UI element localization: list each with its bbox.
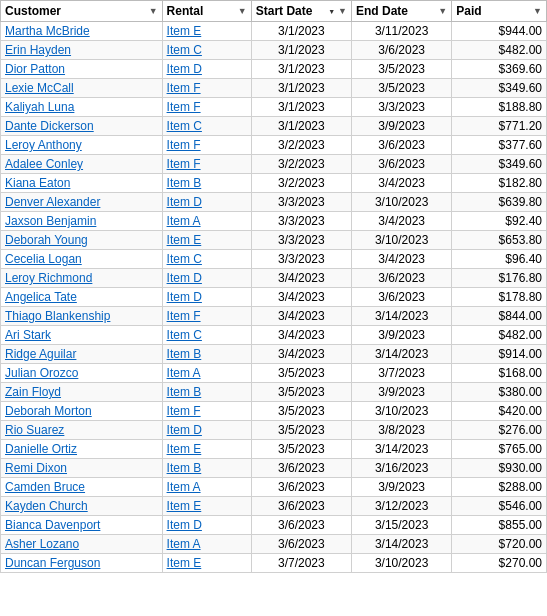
customer-link[interactable]: Ridge Aguilar [5,347,76,361]
cell-customer[interactable]: Dante Dickerson [1,117,163,136]
rental-link[interactable]: Item C [167,43,202,57]
rental-link[interactable]: Item B [167,461,202,475]
rental-link[interactable]: Item D [167,195,202,209]
cell-customer[interactable]: Erin Hayden [1,41,163,60]
rental-link[interactable]: Item F [167,81,201,95]
rental-link[interactable]: Item A [167,480,201,494]
customer-link[interactable]: Zain Floyd [5,385,61,399]
cell-customer[interactable]: Leroy Richmond [1,269,163,288]
rental-link[interactable]: Item F [167,157,201,171]
cell-customer[interactable]: Lexie McCall [1,79,163,98]
cell-customer[interactable]: Julian Orozco [1,364,163,383]
col-header-rental[interactable]: Rental▼ [162,1,251,22]
filter-icon-customer[interactable]: ▼ [149,6,158,16]
cell-customer[interactable]: Kiana Eaton [1,174,163,193]
cell-customer[interactable]: Ari Stark [1,326,163,345]
customer-link[interactable]: Dior Patton [5,62,65,76]
rental-link[interactable]: Item D [167,518,202,532]
customer-link[interactable]: Ari Stark [5,328,51,342]
customer-link[interactable]: Leroy Richmond [5,271,92,285]
customer-link[interactable]: Lexie McCall [5,81,74,95]
rental-link[interactable]: Item A [167,214,201,228]
cell-customer[interactable]: Dior Patton [1,60,163,79]
cell-customer[interactable]: Cecelia Logan [1,250,163,269]
cell-customer[interactable]: Angelica Tate [1,288,163,307]
rental-link[interactable]: Item F [167,100,201,114]
rental-link[interactable]: Item B [167,176,202,190]
rental-link[interactable]: Item E [167,499,202,513]
filter-icon-paid[interactable]: ▼ [533,6,542,16]
cell-customer[interactable]: Kayden Church [1,497,163,516]
col-header-paid[interactable]: Paid▼ [452,1,547,22]
col-header-customer[interactable]: Customer▼ [1,1,163,22]
rental-link[interactable]: Item E [167,442,202,456]
customer-link[interactable]: Kiana Eaton [5,176,70,190]
customer-link[interactable]: Denver Alexander [5,195,100,209]
customer-link[interactable]: Asher Lozano [5,537,79,551]
rental-link[interactable]: Item D [167,271,202,285]
cell-customer[interactable]: Duncan Ferguson [1,554,163,573]
customer-link[interactable]: Kayden Church [5,499,88,513]
rental-link[interactable]: Item F [167,404,201,418]
cell-customer[interactable]: Adalee Conley [1,155,163,174]
filter-icon-rental[interactable]: ▼ [238,6,247,16]
rental-link[interactable]: Item D [167,290,202,304]
customer-link[interactable]: Deborah Morton [5,404,92,418]
cell-customer[interactable]: Asher Lozano [1,535,163,554]
cell-customer[interactable]: Rio Suarez [1,421,163,440]
rental-link[interactable]: Item D [167,423,202,437]
rental-link[interactable]: Item A [167,366,201,380]
customer-link[interactable]: Camden Bruce [5,480,85,494]
customer-link[interactable]: Danielle Ortiz [5,442,77,456]
cell-customer[interactable]: Camden Bruce [1,478,163,497]
sort-icon-startDate[interactable]: ▼ [328,8,335,15]
rental-link[interactable]: Item B [167,385,202,399]
cell-customer[interactable]: Danielle Ortiz [1,440,163,459]
customer-link[interactable]: Thiago Blankenship [5,309,110,323]
rental-link[interactable]: Item D [167,62,202,76]
customer-link[interactable]: Martha McBride [5,24,90,38]
cell-customer[interactable]: Remi Dixon [1,459,163,478]
customer-link[interactable]: Remi Dixon [5,461,67,475]
customer-link[interactable]: Duncan Ferguson [5,556,100,570]
cell-customer[interactable]: Thiago Blankenship [1,307,163,326]
filter-icon-endDate[interactable]: ▼ [438,6,447,16]
cell-customer[interactable]: Leroy Anthony [1,136,163,155]
customer-link[interactable]: Leroy Anthony [5,138,82,152]
customer-link[interactable]: Kaliyah Luna [5,100,74,114]
customer-link[interactable]: Rio Suarez [5,423,64,437]
cell-customer[interactable]: Martha McBride [1,22,163,41]
cell-paid: $377.60 [452,136,547,155]
customer-link[interactable]: Julian Orozco [5,366,78,380]
rental-link[interactable]: Item C [167,328,202,342]
customer-link[interactable]: Adalee Conley [5,157,83,171]
rental-link[interactable]: Item C [167,252,202,266]
col-label-rental: Rental [167,4,204,18]
rental-link[interactable]: Item F [167,309,201,323]
rental-link[interactable]: Item B [167,347,202,361]
rental-link[interactable]: Item A [167,537,201,551]
filter-icon-startDate[interactable]: ▼ [338,6,347,16]
rental-link[interactable]: Item C [167,119,202,133]
rental-link[interactable]: Item E [167,556,202,570]
cell-customer[interactable]: Ridge Aguilar [1,345,163,364]
cell-customer[interactable]: Bianca Davenport [1,516,163,535]
customer-link[interactable]: Jaxson Benjamin [5,214,96,228]
cell-customer[interactable]: Deborah Young [1,231,163,250]
customer-link[interactable]: Deborah Young [5,233,88,247]
rental-link[interactable]: Item E [167,24,202,38]
cell-customer[interactable]: Deborah Morton [1,402,163,421]
rental-link[interactable]: Item F [167,138,201,152]
customer-link[interactable]: Erin Hayden [5,43,71,57]
cell-customer[interactable]: Jaxson Benjamin [1,212,163,231]
cell-customer[interactable]: Denver Alexander [1,193,163,212]
customer-link[interactable]: Cecelia Logan [5,252,82,266]
customer-link[interactable]: Dante Dickerson [5,119,94,133]
customer-link[interactable]: Bianca Davenport [5,518,100,532]
col-header-startDate[interactable]: Start Date▼▼ [251,1,351,22]
customer-link[interactable]: Angelica Tate [5,290,77,304]
rental-link[interactable]: Item E [167,233,202,247]
cell-customer[interactable]: Kaliyah Luna [1,98,163,117]
col-header-endDate[interactable]: End Date▼ [351,1,451,22]
cell-customer[interactable]: Zain Floyd [1,383,163,402]
